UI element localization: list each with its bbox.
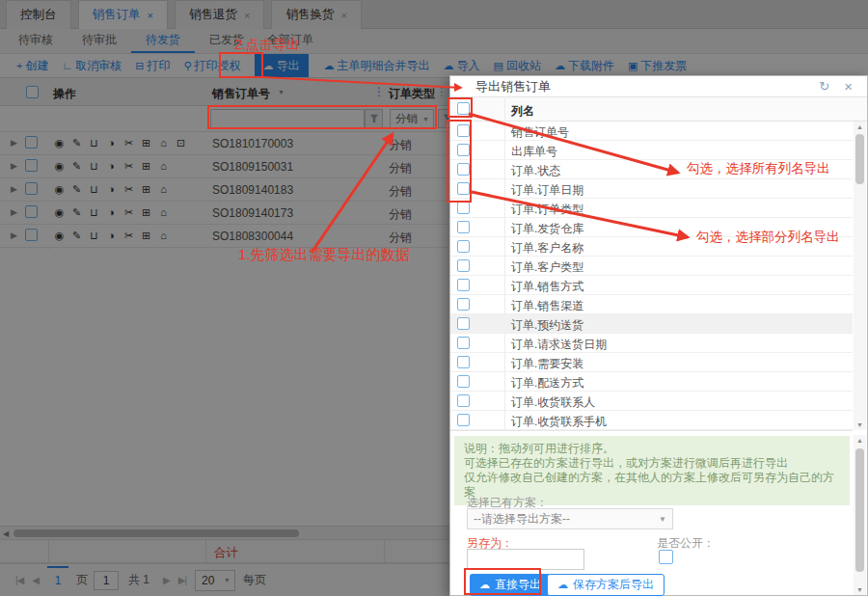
cloud-export-icon: ☁: [557, 579, 568, 591]
help-line: 可选择已存在的方案进行导出，或对方案进行微调后再进行导出: [464, 456, 840, 471]
scroll-up-icon[interactable]: ▲: [854, 437, 866, 444]
column-checkbox[interactable]: [457, 221, 470, 233]
column-checkbox[interactable]: [457, 259, 470, 272]
column-checkbox[interactable]: [457, 394, 470, 407]
scroll-up-icon[interactable]: ▲: [854, 123, 866, 130]
dialog-title: 导出销售订单: [475, 78, 551, 95]
column-name: 订单.订单类型: [511, 202, 583, 218]
help-line: 说明：拖动列可用进行排序。: [464, 442, 840, 456]
column-list-item[interactable]: 订单.预约送货: [450, 314, 853, 334]
annotation-step2: 2.点击导出: [234, 37, 300, 54]
column-name: 订单.收货联系手机: [511, 414, 607, 430]
annotation-rect-checkboxes: [447, 120, 472, 203]
column-name: 出库单号: [511, 144, 557, 160]
dialog-titlebar: 导出销售订单 ↻ ×: [450, 76, 867, 96]
column-checkbox[interactable]: [457, 414, 470, 426]
column-list-item[interactable]: 订单.收货联系手机: [450, 411, 853, 430]
options-panel-scrollbar[interactable]: ▲ ▼: [854, 435, 866, 595]
column-name: 订单.收货联系人: [511, 394, 595, 411]
column-list-item[interactable]: 订单.销售方式: [450, 276, 853, 295]
annotation-rect-filter-row: [207, 105, 437, 129]
annotation-step1: 1.先筛选出需要导出的数据: [238, 246, 410, 264]
column-name: 销售订单号: [511, 124, 569, 141]
scroll-down-icon[interactable]: ▼: [854, 421, 866, 428]
column-name: 订单.需要安装: [511, 356, 583, 372]
column-list-item[interactable]: 订单.收货联系人: [450, 392, 853, 411]
column-name: 订单.请求送货日期: [511, 337, 607, 353]
column-list-item[interactable]: 出库单号: [450, 141, 853, 160]
column-checkbox[interactable]: [457, 298, 470, 311]
column-list-item[interactable]: 订单.订单类型: [450, 199, 853, 218]
save-as-input[interactable]: [467, 549, 584, 570]
column-name-header: 列名: [511, 103, 534, 120]
column-checkbox[interactable]: [457, 240, 470, 253]
column-name: 订单.发货仓库: [511, 221, 583, 237]
column-list-item[interactable]: 订单.配送方式: [450, 372, 853, 392]
close-dialog-icon[interactable]: ×: [844, 78, 853, 95]
column-list-item[interactable]: 订单.需要安装: [450, 353, 853, 372]
scrollbar-thumb[interactable]: [855, 134, 864, 184]
refresh-icon[interactable]: ↻: [819, 79, 829, 94]
column-list-item[interactable]: 订单.请求送货日期: [450, 334, 853, 353]
column-name: 订单.销售渠道: [511, 298, 583, 314]
column-list-scrollbar[interactable]: ▲ ▼: [854, 122, 866, 430]
column-checkbox[interactable]: [457, 337, 470, 349]
chevron-down-icon: ▼: [659, 515, 666, 524]
scheme-dropdown-value: --请选择导出方案--: [474, 511, 570, 528]
scrollbar-thumb[interactable]: [855, 448, 864, 572]
column-name: 订单.客户类型: [511, 259, 583, 276]
export-dialog: 导出销售订单 ↻ × 列名 销售订单号 出库单号 订单.状态 订单.订单日期 订…: [449, 75, 868, 596]
annotation-rect-export-button: [219, 52, 263, 78]
column-list-item[interactable]: 订单.客户类型: [450, 257, 853, 276]
column-list-item[interactable]: 订单.订单日期: [450, 179, 853, 199]
annotation-check-some: 勾选，选择部分列名导出: [696, 229, 840, 246]
column-name: 订单.客户名称: [511, 240, 583, 257]
column-name: 订单.销售方式: [511, 279, 583, 295]
app-window: 控制台 销售订单× 销售退货× 销售换货× 待审核 待审批 待发货 已发货 全部…: [0, 0, 868, 596]
column-checkbox[interactable]: [457, 356, 470, 368]
column-name: 订单.订单日期: [511, 182, 583, 199]
column-checkbox[interactable]: [457, 375, 470, 388]
scheme-dropdown[interactable]: --请选择导出方案-- ▼: [467, 508, 673, 529]
column-list-header: 列名: [450, 96, 867, 122]
column-list-item[interactable]: 销售订单号: [450, 122, 853, 141]
column-name: 订单.配送方式: [511, 375, 583, 392]
annotation-check-all: 勾选，选择所有列名导出: [687, 160, 830, 177]
column-checkbox[interactable]: [457, 279, 470, 291]
button-label: 保存方案后导出: [573, 577, 654, 593]
column-name: 订单.状态: [511, 163, 560, 179]
column-checkbox[interactable]: [457, 317, 470, 330]
column-name: 订单.预约送货: [511, 317, 583, 334]
public-checkbox[interactable]: [659, 550, 673, 564]
annotation-rect-direct-export: [464, 568, 541, 595]
annotation-rect-select-all: [448, 97, 473, 118]
scroll-down-icon[interactable]: ▼: [854, 586, 866, 593]
column-checkbox[interactable]: [457, 202, 470, 214]
column-list-item[interactable]: 订单.销售渠道: [450, 295, 853, 314]
save-scheme-export-button[interactable]: ☁ 保存方案后导出: [547, 574, 665, 596]
